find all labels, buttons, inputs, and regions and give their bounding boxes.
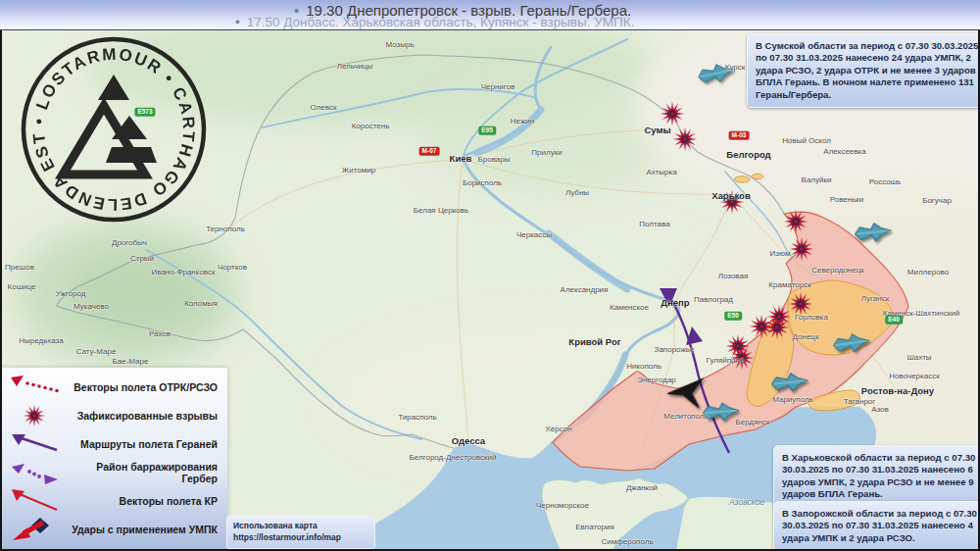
map-city-label: Херсон [545,425,571,433]
map-city-label: Россошь [869,177,902,186]
map-city-label: Ныредьхаза [19,336,63,345]
map-city-label: Новый Оскол [782,136,831,145]
map-city-label: Бровары [478,155,511,164]
map-city-label: Валуйки [802,175,832,184]
legend-label-otrk: Векторы полета ОТРК/РСЗО [67,381,218,393]
map-city-label: Лубны [565,188,589,197]
map-city-label: Ровеньки [830,195,864,204]
legend-label-explosions: Зафиксированные взрывы [67,410,218,422]
map-city-label: Азов [871,405,889,414]
map-city-label: Мозырь [385,40,414,49]
map-city-label: Кошице [8,282,36,291]
map-city-label: Гуляйполе [707,356,745,365]
map-city-label: Коломыя [184,299,218,308]
map-city-label: Богучар [922,196,952,205]
map-city-label: Энергодар [637,376,676,384]
map-city-label: Александрия [561,285,609,294]
slide: КиевХарьковСумыБелгородОдессаДнепрРостов… [0,0,980,551]
map-city-label: Сату-Маре [76,347,117,356]
legend-row-gerbera: Район барражирования Гербер [0,458,227,486]
map-city-label: Одесса [452,435,485,446]
map-city-label: Прешов [5,263,34,272]
map-city-label: Олевск [311,103,337,112]
map-city-label: Мукачево [74,302,109,311]
map-city-label: Стрый [130,254,154,263]
bullet-icon: • [235,15,240,29]
map-city-label: Тирасполь [398,413,436,422]
map-city-label: Борисполь [463,178,502,187]
map-city-label: Евпатория [575,523,613,531]
legend-row-geran: Маршруты полета Гераней [0,429,227,458]
geran-route-icon [8,431,65,457]
logo-triangle-top [98,75,129,100]
road-badge: Е95 [478,126,496,135]
map-city-label: Тернополь [206,225,245,233]
map-city-label: Северодонецк [811,266,864,275]
legend-label-geran: Маршруты полета Гераней [67,438,218,450]
map-city-label: Краматорск [768,280,810,289]
map-city-label: Никополь [626,362,662,371]
legend-row-umpk: Удары с применением УМПК [0,515,227,543]
map-city-label: Новочеркасск [889,372,939,380]
sumy-report-text: В Сумской области за период с 07.30 30.0… [756,40,978,100]
map-city-label: Полтава [639,220,669,228]
logo-bar [106,147,157,163]
map-city-label: Ивано-Франковск [152,268,216,276]
legend-row-otrk: Векторы полета ОТРК/РСЗО [0,373,227,401]
map-city-label: Днепр [661,297,689,308]
map-city-label: Коростень [352,122,390,130]
map-city-label: Ахтырка [646,168,676,176]
map-city-label: Прилуки [531,148,562,157]
map-city-label: Лельчицы [337,62,373,71]
map-city-label: Донецк [793,332,819,341]
kharkiv-report-text: В Харьковской области за период с 07.30 … [782,452,975,499]
slide-header: •19.30 Днепропетровск - взрыв. Герань/Ге… [0,0,980,30]
map-city-label: Харьков [711,190,751,201]
logo-triangle-outline [63,106,145,175]
map-city-label: Черноморское [536,501,589,510]
sumy-report-box: В Сумской области за период с 07.30 30.0… [747,33,980,108]
gerbera-area-icon [8,460,65,485]
road-badge: М-03 [729,131,750,140]
lostarmour-logo: • LOSTARMOUR • CARTHAGO DELENDA EST [16,31,212,227]
kr-vector-icon [8,488,65,514]
map-city-label: Горловка [795,313,828,322]
road-badge: М-07 [419,147,440,156]
map-city-label: Мелитополь [663,412,709,421]
map-city-label: Чортков [218,263,247,272]
map-city-label: Миллерово [907,268,949,276]
umpk-strike-icon [8,517,65,542]
map-city-label: Белгород [726,149,770,160]
map-city-label: Каменское [610,303,649,312]
otrk-vector-icon [8,375,65,400]
event-line-2: •17.50 Донбасс. Харьковская область, Куп… [235,15,634,29]
road-badge: Е40 [885,316,903,325]
map-city-label: Павлоград [694,295,733,304]
explosion-icon [8,403,65,428]
map-city-label: Белая Церковь [414,206,468,215]
zaporizhzhia-report-text: В Запорожской области за период с 07.30 … [782,508,977,543]
map-city-label: Симферополь [601,537,653,546]
map-credit-url[interactable]: https://lostarmour.info/map [233,531,368,543]
legend-label-gerbera: Район барражирования Гербер [67,461,218,484]
legend-label-umpk: Удары с применением УМПК [67,524,218,535]
map-city-label: Ужгород [56,289,86,298]
legend: Векторы полета ОТРК/РСЗО Зафиксированные… [0,368,227,551]
road-badge: Е50 [724,312,742,321]
map-city-label: Киев [450,153,472,164]
azov-sea-label: Азовское [729,497,764,507]
map-city-label: Мариуполь [772,395,813,404]
map-city-label: Житомир [342,166,375,175]
kharkiv-report-box: В Харьковской области за период с 07.30 … [773,445,980,508]
map-city-label: Ростов-на-Дону [861,385,934,396]
zaporizhzhia-report-box: В Запорожской области за период с 07.30 … [773,501,980,551]
map-city-label: Дрогобыч [112,238,147,247]
map-city-label: Луганск [861,294,889,303]
map-city-label: Белгород-Днестровский [410,453,497,462]
map-city-label: Бае-Маре [113,357,149,366]
map-city-label: Нежин [511,117,534,125]
map-city-label: Запорожье [655,345,695,354]
map-city-label: Лозовая [718,272,749,280]
map-city-label: Курск [725,63,746,72]
map-city-label: Алексеевка [823,147,865,156]
